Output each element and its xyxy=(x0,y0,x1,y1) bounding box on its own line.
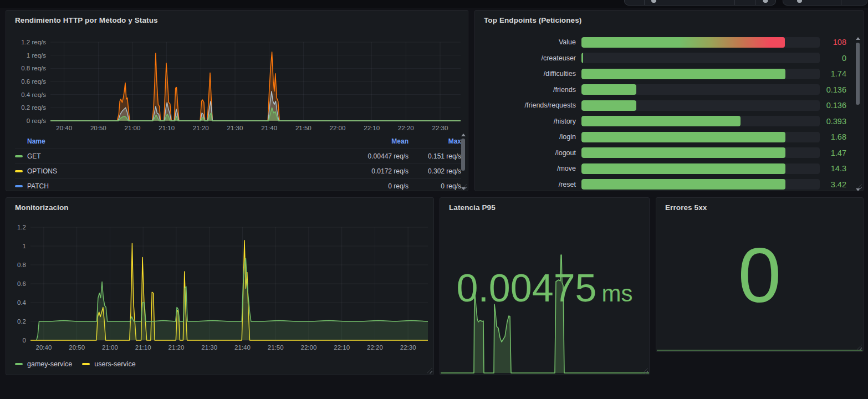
series-name[interactable]: gamey-service xyxy=(27,360,72,368)
legend-scrollbar-thumb[interactable] xyxy=(461,139,465,171)
series-color-swatch xyxy=(15,185,23,187)
bar-gauge-track xyxy=(581,147,820,158)
series-max: 0.302 req/s xyxy=(409,167,461,175)
bar-gauge-track xyxy=(581,163,820,174)
endpoint-label: /history xyxy=(484,117,581,125)
endpoint-value: 3.42 xyxy=(820,180,846,189)
svg-text:22:20: 22:20 xyxy=(398,125,414,131)
bar-gauge-track xyxy=(581,53,820,63)
panel-scrollbar[interactable] xyxy=(855,37,860,191)
series-name[interactable]: PATCH xyxy=(27,182,49,190)
svg-text:1.2 req/s: 1.2 req/s xyxy=(21,39,46,45)
bar-gauge-list: Value108/createuser0/difficulties1.74/fr… xyxy=(484,34,846,191)
endpoint-value: 14.3 xyxy=(820,164,846,173)
series-max: 0.151 req/s xyxy=(409,152,461,160)
series-name[interactable]: OPTIONS xyxy=(27,167,57,175)
bar-gauge-track xyxy=(581,69,820,79)
endpoint-value: 108 xyxy=(820,38,846,47)
legend-row: OPTIONS0.0172 req/s0.302 req/s xyxy=(15,163,461,178)
bar-gauge-row: /friends/requests0.136 xyxy=(484,98,846,114)
bar-gauge-fill xyxy=(581,179,785,190)
legend-header-mean[interactable]: Mean xyxy=(342,137,409,145)
bar-gauge-row: /history0.393 xyxy=(484,114,846,130)
panel-errores-5xx: Errores 5xx 0 xyxy=(656,197,864,352)
svg-text:20:40: 20:40 xyxy=(56,125,72,131)
endpoint-value: 1.47 xyxy=(820,149,846,157)
panel-title[interactable]: Errores 5xx xyxy=(665,203,707,212)
series-max: 0 req/s xyxy=(409,182,461,190)
series-color-swatch xyxy=(15,363,23,365)
panel-resize-handle[interactable] xyxy=(856,345,862,350)
panel-title[interactable]: Top Endpoints (Peticiones) xyxy=(484,16,581,24)
svg-text:0.6: 0.6 xyxy=(17,280,26,287)
series-name[interactable]: users-service xyxy=(94,360,135,368)
scroll-up-icon[interactable] xyxy=(461,134,466,136)
refresh-interval-dropdown[interactable] xyxy=(841,0,867,5)
svg-text:20:50: 20:50 xyxy=(90,125,106,131)
svg-text:21:30: 21:30 xyxy=(227,125,243,131)
refresh-controls-group xyxy=(783,0,867,6)
svg-text:0.2 req/s: 0.2 req/s xyxy=(21,104,46,111)
panel-latencia-p95: Latencia P95 0.00475 ms xyxy=(440,197,650,375)
svg-text:0: 0 xyxy=(23,337,26,344)
legend-scrollbar[interactable] xyxy=(461,134,466,190)
panel-monitorizacion: Monitorizacion 00.20.40.60.811.220:4020:… xyxy=(6,197,434,375)
svg-text:22:00: 22:00 xyxy=(301,344,317,351)
zoom-out-button[interactable] xyxy=(755,0,775,5)
series-mean: 0.0172 req/s xyxy=(342,167,409,175)
clock-icon xyxy=(651,0,656,3)
legend-header-name[interactable]: Name xyxy=(27,137,45,145)
svg-text:1.2: 1.2 xyxy=(17,224,26,231)
scroll-up-icon[interactable] xyxy=(856,37,860,40)
legend-header-max[interactable]: Max xyxy=(409,137,461,145)
svg-text:22:20: 22:20 xyxy=(367,344,383,351)
svg-text:21:30: 21:30 xyxy=(201,344,217,351)
endpoint-value: 0.393 xyxy=(820,117,846,126)
svg-text:1: 1 xyxy=(23,243,26,249)
series-name[interactable]: GET xyxy=(27,152,41,160)
bar-gauge-fill xyxy=(581,53,583,63)
time-shift-forward-button[interactable] xyxy=(735,0,755,5)
magnifier-icon xyxy=(763,0,768,3)
time-shift-back-button[interactable] xyxy=(625,0,645,5)
chart-legend: gamey-serviceusers-service xyxy=(15,360,146,368)
bar-gauge-fill xyxy=(581,37,785,48)
endpoint-label: /login xyxy=(484,133,581,141)
bar-gauge-fill xyxy=(581,147,785,158)
refresh-button[interactable] xyxy=(783,0,841,5)
stat-unit: ms xyxy=(602,280,633,307)
svg-text:0.8: 0.8 xyxy=(17,262,26,268)
bar-gauge-fill xyxy=(581,163,785,174)
svg-text:0.2: 0.2 xyxy=(17,318,26,325)
bar-gauge-track xyxy=(581,179,820,190)
bar-gauge-row: /createuser0 xyxy=(484,50,846,66)
endpoint-label: /logout xyxy=(484,149,581,157)
endpoint-label: /friends/requests xyxy=(484,101,581,109)
time-range-button[interactable] xyxy=(645,0,735,5)
legend-item[interactable]: gamey-service xyxy=(15,360,72,368)
series-color-swatch xyxy=(15,170,23,172)
endpoint-label: Value xyxy=(484,38,581,46)
svg-text:22:10: 22:10 xyxy=(364,125,380,131)
svg-text:21:40: 21:40 xyxy=(234,344,251,351)
svg-text:1 req/s: 1 req/s xyxy=(27,52,46,59)
legend-item[interactable]: users-service xyxy=(82,360,135,368)
series-color-swatch xyxy=(82,363,90,365)
svg-text:22:30: 22:30 xyxy=(432,125,448,131)
bar-gauge-track xyxy=(581,84,820,95)
svg-text:21:50: 21:50 xyxy=(268,344,284,351)
svg-text:0.6 req/s: 0.6 req/s xyxy=(21,78,46,85)
time-controls-group xyxy=(624,0,776,6)
series-mean: 0 req/s xyxy=(342,182,409,190)
endpoint-value: 1.74 xyxy=(820,69,846,78)
panel-scrollbar-thumb[interactable] xyxy=(856,43,860,105)
bar-gauge-row: /difficulties1.74 xyxy=(484,66,846,82)
svg-text:21:20: 21:20 xyxy=(169,344,185,351)
bar-gauge-fill xyxy=(581,100,636,111)
svg-text:0.4: 0.4 xyxy=(17,299,27,306)
svg-text:21:10: 21:10 xyxy=(135,344,151,351)
panel-rendimiento-http: Rendimiento HTTP por Método y Status 0 r… xyxy=(6,10,468,191)
series-mean: 0.00447 req/s xyxy=(342,152,409,160)
panel-top-endpoints: Top Endpoints (Peticiones) Value108/crea… xyxy=(474,10,864,191)
sync-icon xyxy=(797,0,802,3)
